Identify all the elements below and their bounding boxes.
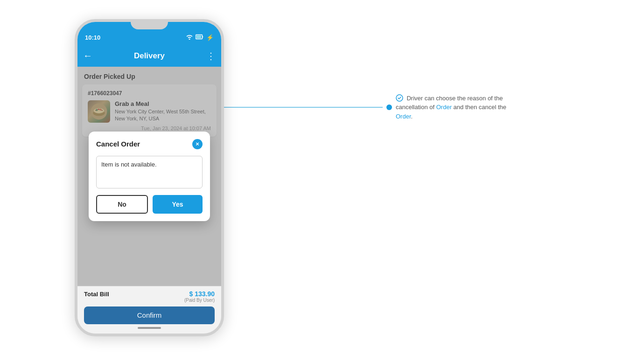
cancel-reason-input[interactable]: Item is not available.	[96, 156, 203, 188]
notch	[131, 22, 168, 29]
total-amount: $ 133.90	[184, 290, 215, 298]
home-indicator	[138, 327, 161, 329]
modal-title: Cancel Order	[96, 140, 140, 148]
total-row: Total Bill $ 133.90 (Paid By User)	[84, 290, 215, 303]
bottom-bar: Total Bill $ 133.90 (Paid By User) Confi…	[77, 286, 221, 334]
annotation-text-wrap: Driver can choose the reason of the canc…	[396, 94, 517, 121]
svg-rect-1	[196, 35, 201, 38]
check-circle-icon	[396, 94, 403, 102]
modal-overlay: Cancel Order × Item is not available. No…	[77, 67, 221, 286]
yes-button[interactable]: Yes	[153, 195, 203, 214]
modal-buttons: No Yes	[96, 195, 203, 214]
notch-area	[77, 22, 221, 30]
nav-bar: ← Delivery ⋮	[77, 45, 221, 67]
annotation-highlight-order2: Order	[396, 113, 411, 120]
more-button[interactable]: ⋮	[206, 50, 216, 62]
total-amount-wrap: $ 133.90 (Paid By User)	[184, 290, 215, 303]
status-icons: ⚡	[186, 34, 214, 41]
modal-header: Cancel Order ×	[96, 139, 203, 149]
paid-by-label: (Paid By User)	[184, 298, 215, 303]
annotation-text: Driver can choose the reason of the canc…	[396, 95, 506, 120]
annotation-text-end: .	[411, 113, 413, 120]
back-button[interactable]: ←	[83, 50, 92, 61]
annotation-highlight-order1: Order	[436, 104, 452, 111]
phone-shell: 10:10 ⚡	[75, 19, 224, 336]
modal-close-button[interactable]: ×	[192, 139, 203, 149]
total-label: Total Bill	[84, 291, 109, 298]
cancel-order-modal: Cancel Order × Item is not available. No…	[89, 132, 210, 221]
bolt-icon: ⚡	[206, 34, 214, 41]
annotation-dot	[386, 104, 392, 110]
phone-content: Order Picked Up #1766023047	[77, 67, 221, 286]
nav-title: Delivery	[134, 51, 165, 61]
battery-icon	[196, 34, 204, 41]
annotation-text-part2: and then cancel the	[452, 104, 506, 111]
annotation-line	[224, 107, 383, 108]
confirm-button[interactable]: Confirm	[84, 306, 215, 324]
wifi-icon	[186, 34, 193, 41]
no-button[interactable]: No	[96, 195, 148, 214]
status-time: 10:10	[85, 34, 100, 41]
status-bar: 10:10 ⚡	[77, 30, 221, 45]
